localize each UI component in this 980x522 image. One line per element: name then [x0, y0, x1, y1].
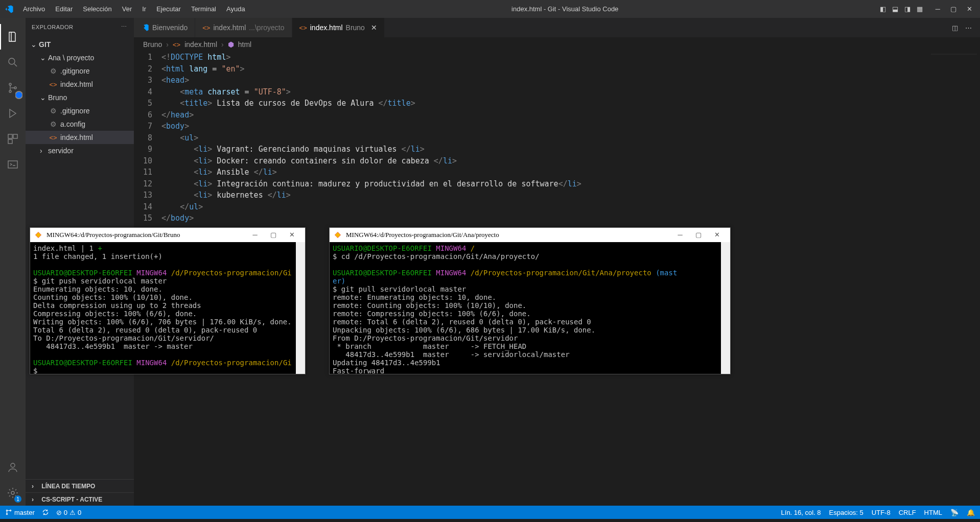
line-gutter: 123456789101112131415: [137, 52, 161, 224]
more-icon[interactable]: ⋯: [121, 23, 128, 30]
file-label: index.html: [60, 80, 93, 88]
menu-editar[interactable]: Editar: [50, 5, 78, 13]
maximize-icon[interactable]: ▢: [950, 5, 956, 13]
close-icon[interactable]: ✕: [283, 231, 301, 239]
terminal-window-ana[interactable]: MINGW64:/d/Proyectos-programacion/Git/An…: [329, 227, 731, 374]
editor-more-icon[interactable]: ⋯: [965, 24, 973, 32]
tab-label: index.html: [310, 23, 343, 32]
titlebar: Archivo Editar Selección Ver Ir Ejecutar…: [0, 0, 980, 18]
breadcrumb-item[interactable]: html: [238, 40, 251, 49]
folder-ana[interactable]: ⌄Ana \ proyecto: [26, 51, 134, 64]
minimap[interactable]: [931, 54, 977, 156]
tree-root[interactable]: ⌄GIT: [26, 38, 134, 51]
close-icon[interactable]: ✕: [967, 5, 972, 13]
indent-setting[interactable]: Espacios: 5: [829, 509, 864, 516]
maximize-icon[interactable]: ▢: [689, 231, 708, 239]
menu-seleccion[interactable]: Selección: [78, 5, 116, 13]
tab-hint: Bruno: [346, 23, 365, 32]
terminal-titlebar[interactable]: MINGW64:/d/Proyectos-programacion/Git/An…: [330, 228, 730, 242]
tab-index-proyecto[interactable]: <> index.html ...\proyecto: [195, 18, 292, 37]
settings-gear-icon[interactable]: 1: [0, 480, 26, 506]
menu-archivo[interactable]: Archivo: [18, 5, 50, 13]
menu-ayuda[interactable]: Ayuda: [221, 5, 250, 13]
tab-index-bruno[interactable]: <> index.html Bruno ✕: [292, 18, 385, 37]
terminal-panel-icon[interactable]: [0, 152, 26, 177]
extensions-icon[interactable]: [0, 126, 26, 152]
error-count: 0: [64, 509, 67, 516]
status-bar: master ⊘0 ⚠0 Lín. 16, col. 8 Espacios: 5…: [0, 506, 980, 519]
scrollbar[interactable]: [721, 242, 730, 374]
account-icon[interactable]: [0, 455, 26, 480]
panel-right-icon[interactable]: ◨: [904, 5, 911, 13]
minimize-icon[interactable]: ─: [936, 5, 940, 13]
tab-bienvenido[interactable]: Bienvenido: [134, 18, 195, 37]
breadcrumbs[interactable]: Bruno › <> index.html › ⬢ html: [134, 37, 980, 52]
branch-indicator[interactable]: master: [5, 509, 35, 516]
maximize-icon[interactable]: ▢: [264, 231, 283, 239]
explorer-icon[interactable]: [0, 24, 26, 50]
sync-icon[interactable]: [42, 509, 49, 516]
breadcrumb-item[interactable]: Bruno: [143, 40, 162, 49]
file-label: index.html: [60, 133, 93, 141]
close-icon[interactable]: ✕: [708, 231, 726, 239]
tree-root-label: GIT: [39, 40, 51, 49]
svg-rect-6: [13, 134, 17, 138]
cursor-position[interactable]: Lín. 16, col. 8: [781, 509, 821, 516]
terminal-title: MINGW64:/d/Proyectos-programacion/Git/An…: [346, 231, 499, 239]
terminal-output[interactable]: USUARIO@DESKTOP-E6ORFEI MINGW64 / $ cd /…: [330, 242, 730, 374]
terminal-output[interactable]: index.html | 1 + 1 file changed, 1 inser…: [30, 242, 305, 374]
panel-left-icon[interactable]: ◧: [880, 5, 886, 13]
timeline-panel[interactable]: › LÍNEA DE TIEMPO: [26, 479, 134, 492]
panel-bottom-icon[interactable]: ⬓: [892, 5, 898, 13]
problems-indicator[interactable]: ⊘0 ⚠0: [56, 509, 81, 516]
folder-bruno[interactable]: ⌄Bruno: [26, 91, 134, 104]
notifications-icon[interactable]: 🔔: [967, 509, 975, 516]
csscript-panel[interactable]: › CS-SCRIPT - ACTIVE: [26, 492, 134, 506]
source-control-icon[interactable]: [0, 75, 26, 101]
window-title: index.html - Git - Visual Studio Code: [250, 5, 880, 13]
menu-ir[interactable]: Ir: [137, 5, 151, 13]
svg-point-10: [11, 491, 14, 494]
file-gitignore-ana[interactable]: ⚙.gitignore: [26, 64, 134, 78]
minimize-icon[interactable]: ─: [671, 231, 689, 239]
code-editor[interactable]: 123456789101112131415 <!DOCTYPE html> <h…: [134, 52, 980, 224]
folder-servidor[interactable]: ›servidor: [26, 144, 134, 157]
file-index-bruno[interactable]: <>index.html: [26, 131, 134, 144]
file-gitignore-bruno[interactable]: ⚙.gitignore: [26, 104, 134, 117]
menu-ver[interactable]: Ver: [117, 5, 137, 13]
scrollbar[interactable]: [296, 242, 305, 374]
folder-label: servidor: [48, 147, 74, 155]
svg-point-9: [11, 463, 15, 467]
run-debug-icon[interactable]: [0, 101, 26, 126]
close-tab-icon[interactable]: ✕: [371, 23, 377, 32]
svg-rect-8: [8, 161, 17, 168]
encoding[interactable]: UTF-8: [872, 509, 891, 516]
breadcrumb-item[interactable]: index.html: [184, 40, 217, 49]
terminal-titlebar[interactable]: MINGW64:/d/Proyectos-programacion/Git/Br…: [30, 228, 305, 242]
svg-point-13: [6, 510, 7, 511]
layout-grid-icon[interactable]: ▦: [917, 5, 923, 13]
warning-count: 0: [78, 509, 81, 516]
file-index-ana[interactable]: <>index.html: [26, 78, 134, 91]
feedback-icon[interactable]: 📡: [950, 509, 959, 516]
terminal-window-bruno[interactable]: MINGW64:/d/Proyectos-programacion/Git/Br…: [30, 227, 306, 374]
panel-label: LÍNEA DE TIEMPO: [41, 483, 95, 490]
tab-label: index.html: [213, 23, 246, 32]
editor-tabs: Bienvenido <> index.html ...\proyecto <>…: [134, 18, 980, 37]
minimize-icon[interactable]: ─: [246, 231, 264, 239]
split-editor-icon[interactable]: ◫: [952, 24, 958, 32]
vscode-logo-icon: [0, 5, 18, 14]
menu-terminal[interactable]: Terminal: [186, 5, 221, 13]
svg-point-0: [9, 58, 15, 64]
code-content[interactable]: <!DOCTYPE html> <html lang = "en"> <head…: [161, 52, 980, 224]
menu-ejecutar[interactable]: Ejecutar: [151, 5, 186, 13]
svg-point-2: [9, 90, 11, 92]
eol[interactable]: CRLF: [899, 509, 916, 516]
svg-point-4: [15, 91, 22, 99]
svg-rect-7: [8, 139, 12, 144]
svg-point-14: [6, 513, 7, 514]
svg-rect-11: [35, 232, 41, 238]
file-aconfig[interactable]: ⚙a.config: [26, 117, 134, 131]
language-mode[interactable]: HTML: [924, 509, 942, 516]
search-icon[interactable]: [0, 50, 26, 75]
